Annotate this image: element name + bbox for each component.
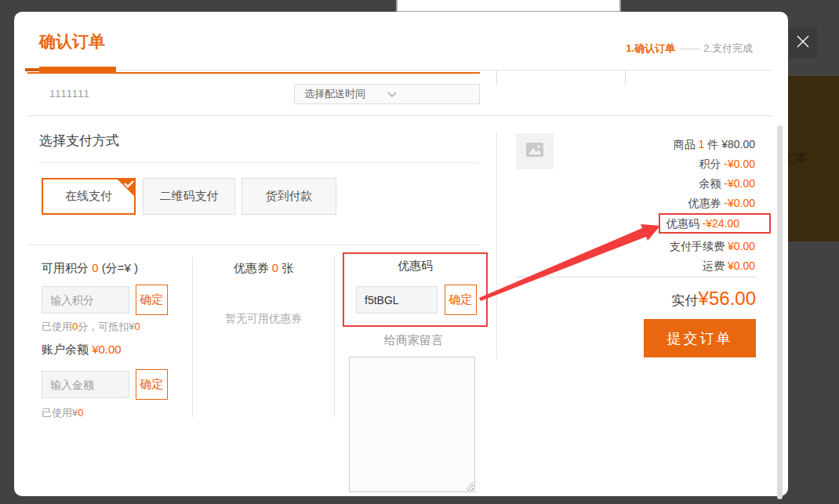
total-value: ¥56.00 [699,288,756,309]
column-divider [334,256,335,417]
summary-row-balance: 余额 -¥0.00 [699,177,755,191]
points-input[interactable] [42,286,129,314]
heading-underline [39,162,478,163]
payment-method-heading: 选择支付方式 [39,132,119,150]
summary-coupon-label: 优惠券 [688,197,721,209]
coupon-label-suffix: 张 [281,261,293,274]
summary-balance-label: 余额 [699,177,721,190]
product-thumbnail [516,133,554,169]
pay-method-online[interactable]: 在线支付 [42,178,136,215]
summary-row-goods: 商品 1 件 ¥80.00 [674,138,755,152]
balance-input[interactable] [42,371,129,398]
section-divider [27,245,480,245]
coupon-empty-text: 暂无可用优惠券 [196,312,331,326]
page: 文本 确认订单 1.确认订单——2.支付完成 1111111 选择配送时间 [0,0,839,504]
summary-balance-value: -¥0.00 [724,177,755,190]
summary-fee-value: ¥0.00 [728,240,755,252]
points-used-mid: 分，可抵扣¥ [78,321,134,332]
summary-row-shipping: 运费 ¥0.00 [703,259,755,274]
summary-goods-label: 商品 [674,138,696,150]
promo-code-box: 优惠码 确定 [343,252,488,327]
submit-order-button[interactable]: 提交订单 [644,319,756,357]
active-tab-underline [39,67,116,74]
points-confirm-button[interactable]: 确定 [136,285,168,315]
pay-method-cod-label: 货到付款 [266,189,313,204]
step-confirm-order: 1.确认订单 [626,42,675,54]
promo-confirm-button[interactable]: 确定 [445,285,477,315]
promo-confirm-label: 确定 [449,292,473,307]
summary-promo-label: 优惠码 [666,217,699,230]
promo-code-title: 优惠码 [344,259,486,274]
merchant-message-label: 给商家留言 [343,333,485,348]
summary-goods-qty: 1 [699,138,705,150]
points-used-note: 已使用0分，可抵扣¥0 [42,320,140,334]
balance-label-row: 账户余额 ¥0.00 [42,343,122,357]
summary-coupon-value: -¥0.00 [724,197,755,209]
coupon-header: 优惠券 0 张 [196,261,331,276]
balance-confirm-label: 确定 [140,377,164,392]
tab-underline-stub [25,68,39,71]
order-number-text: 1111111 [49,88,90,100]
coupon-label: 优惠券 [234,261,269,274]
total-divider [516,277,757,277]
summary-points-label: 积分 [699,158,721,170]
pay-method-online-label: 在线支付 [65,189,112,204]
delivery-time-placeholder: 选择配送时间 [304,87,387,101]
pay-method-cod[interactable]: 货到付款 [242,178,336,215]
summary-shipping-value: ¥0.00 [728,259,755,272]
checkout-steps: 1.确认订单——2.支付完成 [626,42,753,56]
pay-method-qrcode-label: 二维码支付 [160,189,219,204]
total-label: 实付 [672,293,699,308]
modal-title: 确认订单 [39,31,105,53]
table-column-divider [496,71,497,85]
section-divider [27,115,772,116]
points-label-prefix: 可用积分 [42,261,89,274]
summary-row-fee: 支付手续费 ¥0.00 [670,240,755,254]
summary-shipping-label: 运费 [703,259,725,272]
summary-divider [496,132,497,359]
balance-confirm-button[interactable]: 确定 [136,369,168,400]
table-column-divider [625,71,626,85]
background-partial-box [396,0,621,13]
promo-code-input[interactable] [356,286,438,314]
balance-used-prefix: 已使用¥ [42,407,78,419]
chevron-down-icon [387,89,470,100]
summary-row-points: 积分 -¥0.00 [699,158,755,172]
points-label: 可用积分 0 (分=¥ ) [42,261,138,276]
balance-value: ¥0.00 [92,343,122,356]
confirm-order-modal: 确认订单 1.确认订单——2.支付完成 1111111 选择配送时间 选择支付方… [14,12,788,496]
balance-used-note: 已使用¥0 [42,406,83,420]
tab-header-rule [27,70,772,71]
points-deduct-value: 0 [134,321,140,332]
column-divider [192,256,193,417]
image-placeholder-icon [525,142,544,161]
delivery-time-select[interactable]: 选择配送时间 [294,84,480,104]
balance-label: 账户余额 [42,343,89,356]
pay-method-qrcode[interactable]: 二维码支付 [143,178,235,215]
summary-row-coupon: 优惠券 -¥0.00 [688,197,755,211]
checkmark-icon [117,179,135,199]
modal-scrollbar[interactable] [777,125,783,499]
points-label-suffix: (分=¥ ) [102,261,138,274]
points-used-prefix: 已使用 [42,321,72,332]
resize-handle-icon[interactable] [466,482,474,490]
close-button[interactable] [789,27,817,58]
steps-separator: —— [680,42,699,54]
points-confirm-label: 确定 [140,292,164,307]
coupon-count: 0 [272,261,278,274]
summary-points-value: -¥0.00 [724,158,755,170]
points-available-value: 0 [92,261,98,274]
summary-row-promo: 优惠码 -¥24.00 [666,217,739,231]
merchant-message-textarea[interactable] [349,357,475,492]
total-row: 实付¥56.00 [672,288,756,310]
summary-goods-value: ¥80.00 [721,138,755,150]
summary-goods-qty-suffix: 件 [707,138,718,150]
close-icon [795,34,811,53]
summary-promo-value: -¥24.00 [703,217,739,230]
step-payment-done: 2.支付完成 [703,42,753,54]
summary-fee-label: 支付手续费 [670,240,725,252]
balance-used-value: 0 [78,407,83,419]
